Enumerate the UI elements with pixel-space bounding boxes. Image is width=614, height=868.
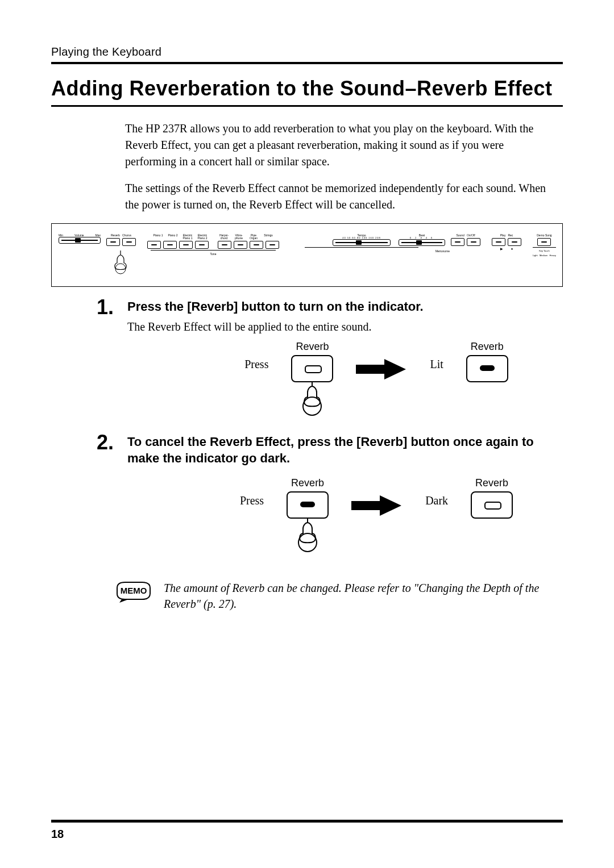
panel-tone-button xyxy=(195,241,209,249)
intro-paragraph-2: The settings of the Reverb Effect cannot… xyxy=(125,180,557,213)
panel-tone-button xyxy=(250,241,263,249)
panel-rec-button xyxy=(508,238,521,246)
step-1-heading: Press the [Reverb] button to turn on the… xyxy=(127,298,563,315)
panel-tone-button xyxy=(179,241,193,249)
step-2-number: 2. xyxy=(51,432,114,566)
tone-group-label: Tone xyxy=(210,252,217,256)
pointing-hand-icon xyxy=(291,515,325,557)
play-marker-icon: ▶ xyxy=(500,247,503,251)
panel-tone-label: Electric Piano 1 xyxy=(181,234,194,240)
panel-rec-label: Rec xyxy=(508,234,513,237)
panel-reverb-label: Reverb xyxy=(111,234,120,237)
step-1-diagram: Press Reverb xyxy=(190,341,563,421)
step-1-lit-label: Lit xyxy=(430,358,443,371)
metronome-group-label: Metronome xyxy=(435,249,450,253)
svg-marker-4 xyxy=(351,495,401,516)
panel-tone-label: Pipe Organ xyxy=(247,234,260,240)
keyboard-panel-illustration: Min Volume Max Reverb Chorus xyxy=(51,223,563,287)
panel-demo-label: Demo Song xyxy=(537,234,551,237)
panel-onoff-button xyxy=(467,238,480,246)
panel-chorus-label: Chorus xyxy=(122,234,131,237)
step-1-text: The Reverb Effect will be applied to the… xyxy=(127,319,563,335)
memo-icon: MEMO xyxy=(114,580,154,605)
step-2-diagram: Press Reverb xyxy=(190,477,563,557)
panel-tone-label: Piano 2 xyxy=(167,234,179,240)
keytouch-label: Key Touch xyxy=(539,249,550,252)
panel-tone-button xyxy=(234,241,247,249)
running-header: Playing the Keyboard xyxy=(51,45,563,59)
beat-slider xyxy=(399,239,445,246)
page-number: 18 xyxy=(51,828,64,841)
volume-slider xyxy=(59,237,101,244)
intro-paragraph-1: The HP 237R allows you to add reverberat… xyxy=(125,120,557,170)
panel-play-label: Play xyxy=(500,234,506,237)
reverb-button-lit xyxy=(287,491,329,519)
step-2-reverb-caption-right: Reverb xyxy=(475,477,508,489)
svg-marker-2 xyxy=(356,359,406,379)
step-1-reverb-caption-left: Reverb xyxy=(296,341,329,353)
step-2-heading: To cancel the Reverb Effect, press the [… xyxy=(127,433,563,467)
svg-text:MEMO: MEMO xyxy=(121,586,147,595)
panel-tone-label: Strings xyxy=(262,234,275,240)
panel-tone-label: Harpsi-chord xyxy=(218,234,230,240)
panel-tone-button xyxy=(147,241,161,249)
panel-play-button xyxy=(492,238,505,246)
step-1-number: 1. xyxy=(51,297,114,430)
panel-tone-label: Electric Piano 2 xyxy=(196,234,209,240)
panel-tone-button xyxy=(265,241,279,249)
reverb-button-unlit xyxy=(471,491,513,519)
panel-chorus-button xyxy=(122,238,136,246)
panel-tone-button xyxy=(218,241,231,249)
step-2-dark-label: Dark xyxy=(425,494,448,507)
tempo-slider xyxy=(333,239,391,246)
reverb-button-lit xyxy=(466,355,508,382)
pointing-hand-icon xyxy=(295,379,329,421)
panel-sound-label: Sound xyxy=(456,234,464,237)
top-rule xyxy=(51,62,563,64)
arrow-right-icon xyxy=(351,494,403,519)
memo-text: The amount of Reverb can be changed. Ple… xyxy=(164,580,563,612)
panel-sound-button xyxy=(451,238,464,246)
panel-onoff-label: On/Off xyxy=(467,234,475,237)
title-rule xyxy=(51,105,563,107)
keytouch-levels: Light Medium Heavy xyxy=(533,254,556,257)
step-1-reverb-caption-right: Reverb xyxy=(471,341,504,353)
reverb-button-unlit xyxy=(291,355,333,382)
page-title: Adding Reverberation to the Sound–Reverb… xyxy=(51,77,563,101)
panel-demo-button xyxy=(537,238,551,246)
step-2-press-label: Press xyxy=(240,494,264,507)
pointing-hand-icon xyxy=(113,246,130,269)
footer-rule xyxy=(51,820,563,823)
step-1-press-label: Press xyxy=(244,358,268,371)
panel-tone-label: Piano 1 xyxy=(152,234,164,240)
arrow-right-icon xyxy=(356,358,407,383)
rec-marker-icon: ● xyxy=(511,247,513,251)
panel-reverb-button xyxy=(106,238,120,246)
panel-tone-button xyxy=(163,241,177,249)
panel-tone-label: Vibra-phone xyxy=(233,234,245,240)
step-2-reverb-caption-left: Reverb xyxy=(291,477,324,489)
